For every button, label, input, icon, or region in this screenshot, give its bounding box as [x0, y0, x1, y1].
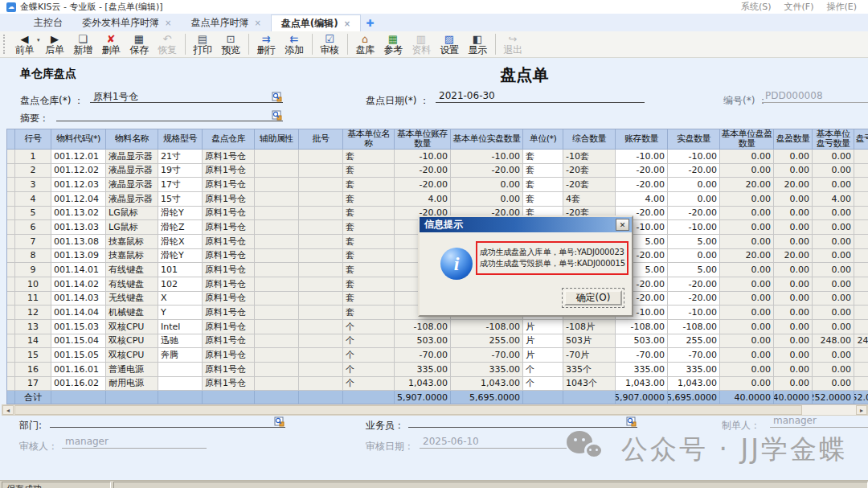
- table-cell[interactable]: 001.14.04: [51, 306, 106, 320]
- table-cell[interactable]: 个: [343, 377, 395, 392]
- table-cell[interactable]: 2: [15, 164, 51, 178]
- table-cell[interactable]: 耐用电源: [106, 377, 158, 392]
- record-selector[interactable]: [7, 249, 15, 264]
- table-cell[interactable]: -108.00: [395, 320, 451, 334]
- table-cell[interactable]: 001.13.09: [51, 249, 106, 264]
- table-cell[interactable]: 0.00: [774, 192, 813, 207]
- record-selector[interactable]: [7, 150, 15, 164]
- table-cell[interactable]: 个: [343, 363, 395, 377]
- table-cell[interactable]: -108片: [563, 320, 616, 334]
- table-cell[interactable]: 17寸: [158, 178, 203, 192]
- table-cell[interactable]: 255.00: [451, 334, 523, 349]
- table-cell[interactable]: 原料1号仓: [203, 164, 255, 178]
- table-cell[interactable]: 0.00: [854, 249, 868, 264]
- table-cell[interactable]: 套: [343, 150, 395, 164]
- table-cell[interactable]: -70.00: [395, 348, 451, 363]
- table-cell[interactable]: 1,043.00: [616, 377, 668, 392]
- table-cell[interactable]: 0.00: [720, 377, 774, 392]
- table-cell[interactable]: 0.00: [720, 150, 774, 164]
- table-cell[interactable]: 技嘉鼠标: [106, 249, 158, 264]
- new-doc-button[interactable]: ❏新增: [69, 32, 97, 57]
- table-cell[interactable]: 0.00: [854, 348, 868, 363]
- table-cell[interactable]: -70.00: [668, 348, 720, 363]
- table-cell[interactable]: [255, 235, 299, 249]
- table-cell[interactable]: 001.12.04: [51, 192, 106, 207]
- table-cell[interactable]: 1: [15, 150, 51, 164]
- table-cell[interactable]: 0.00: [774, 263, 813, 277]
- table-cell[interactable]: -20.00: [668, 164, 720, 178]
- table-cell[interactable]: 4.00: [395, 192, 451, 207]
- table-cell[interactable]: 0.00: [774, 235, 813, 249]
- table-cell[interactable]: 0.00: [854, 164, 868, 178]
- tab-close-icon[interactable]: ×: [165, 18, 171, 27]
- table-cell[interactable]: 0.00: [668, 249, 720, 264]
- table-cell[interactable]: [158, 377, 203, 392]
- table-cell[interactable]: 001.14.02: [51, 277, 106, 292]
- table-cell[interactable]: 0.00: [813, 235, 854, 249]
- table-cell[interactable]: 13: [15, 320, 51, 334]
- table-cell[interactable]: 双核CPU: [106, 348, 158, 363]
- table-cell[interactable]: 套: [523, 192, 563, 207]
- table-cell[interactable]: [255, 164, 299, 178]
- table-cell[interactable]: -20.00: [668, 277, 720, 292]
- table-cell[interactable]: 0.00: [720, 164, 774, 178]
- table-cell[interactable]: [255, 178, 299, 192]
- table-cell[interactable]: [255, 207, 299, 221]
- table-cell[interactable]: 4套: [563, 192, 616, 207]
- table-cell[interactable]: 滑轮Z: [158, 220, 203, 235]
- table-cell[interactable]: 0.00: [854, 320, 868, 334]
- table-cell[interactable]: 0.00: [774, 220, 813, 235]
- table-cell[interactable]: 001.15.05: [51, 348, 106, 363]
- menu-item[interactable]: 操作(E): [827, 1, 858, 13]
- delete-row-button[interactable]: ⇉删行: [252, 32, 280, 57]
- table-cell[interactable]: 9: [15, 263, 51, 277]
- table-cell[interactable]: 套: [343, 277, 395, 292]
- table-cell[interactable]: 0.00: [854, 377, 868, 392]
- record-selector[interactable]: [7, 363, 15, 377]
- table-cell[interactable]: -108.00: [451, 320, 523, 334]
- table-cell[interactable]: 0.00: [451, 178, 523, 192]
- table-cell[interactable]: [299, 277, 343, 292]
- table-cell[interactable]: 0.00: [720, 235, 774, 249]
- table-cell[interactable]: 个: [343, 334, 395, 349]
- table-cell[interactable]: 16: [15, 363, 51, 377]
- table-cell[interactable]: [255, 334, 299, 349]
- tab-close-icon[interactable]: ×: [344, 19, 350, 28]
- table-cell[interactable]: 奔腾: [158, 348, 203, 363]
- table-cell[interactable]: -20.00: [451, 164, 523, 178]
- table-cell[interactable]: -108.00: [616, 320, 668, 334]
- table-cell[interactable]: 套: [343, 164, 395, 178]
- department-field[interactable]: [50, 415, 285, 428]
- table-cell[interactable]: 0.00: [854, 178, 868, 192]
- table-cell[interactable]: [255, 363, 299, 377]
- tab[interactable]: 盘点单序时簿×: [181, 14, 270, 31]
- table-cell[interactable]: 0.00: [813, 178, 854, 192]
- table-cell[interactable]: 0.00: [774, 277, 813, 292]
- table-cell[interactable]: [255, 320, 299, 334]
- table-cell[interactable]: -20套: [563, 178, 616, 192]
- table-cell[interactable]: 套: [343, 292, 395, 306]
- table-cell[interactable]: 001.16.01: [51, 363, 106, 377]
- table-cell[interactable]: 11: [15, 292, 51, 306]
- table-cell[interactable]: 液晶显示器: [106, 150, 158, 164]
- toolbar-gripper[interactable]: [3, 35, 7, 54]
- table-cell[interactable]: 原料1号仓: [203, 220, 255, 235]
- table-cell[interactable]: 片: [523, 320, 563, 334]
- table-cell[interactable]: 普通电源: [106, 363, 158, 377]
- record-selector[interactable]: [7, 207, 15, 221]
- table-cell[interactable]: 0.00: [854, 363, 868, 377]
- table-cell[interactable]: 原料1号仓: [203, 150, 255, 164]
- tab[interactable]: 主控台: [24, 14, 72, 31]
- table-cell[interactable]: 0.00: [813, 164, 854, 178]
- table-cell[interactable]: 0.00: [854, 306, 868, 320]
- table-cell[interactable]: 0.00: [720, 292, 774, 306]
- table-cell[interactable]: [255, 263, 299, 277]
- table-cell[interactable]: -20.00: [616, 178, 668, 192]
- table-cell[interactable]: 原料1号仓: [203, 235, 255, 249]
- record-selector[interactable]: [7, 164, 15, 178]
- table-cell[interactable]: 255.00: [668, 334, 720, 349]
- table-cell[interactable]: 原料1号仓: [203, 207, 255, 221]
- record-selector[interactable]: [7, 320, 15, 334]
- table-cell[interactable]: 机械键盘: [106, 306, 158, 320]
- table-cell[interactable]: 4.00: [813, 192, 854, 207]
